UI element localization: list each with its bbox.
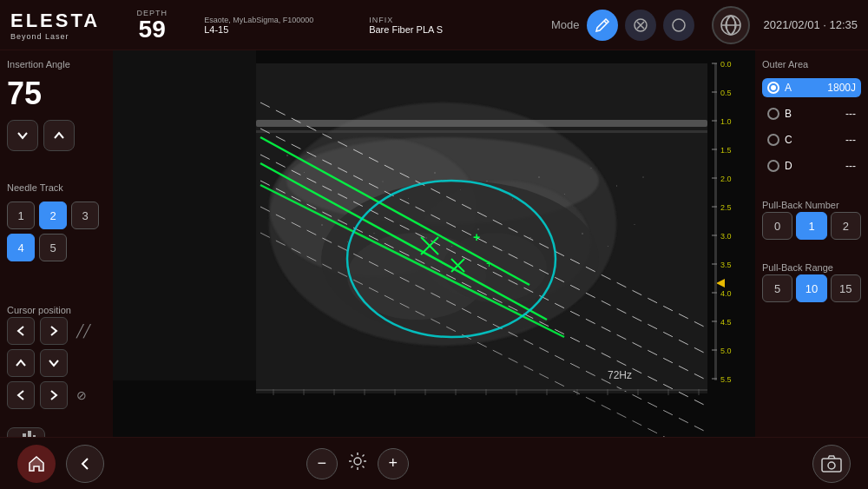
svg-point-107 xyxy=(354,458,361,465)
globe-button[interactable] xyxy=(712,6,750,44)
cursor-row-1: ╱╱ xyxy=(7,317,106,345)
svg-rect-24 xyxy=(382,181,384,182)
svg-text:1.5: 1.5 xyxy=(720,146,732,155)
track-button-4[interactable]: 4 xyxy=(7,234,35,261)
cursor-down-button[interactable] xyxy=(40,349,68,377)
svg-text:2.5: 2.5 xyxy=(720,203,732,212)
svg-line-112 xyxy=(351,454,352,456)
outer-area-title: Outer Area xyxy=(762,59,861,69)
insertion-down-button[interactable] xyxy=(7,120,38,151)
left-panel: Insertion Angle 75 Needle Track 1 2 3 4 … xyxy=(0,50,113,437)
brightness-plus-button[interactable]: + xyxy=(378,448,409,479)
svg-line-115 xyxy=(351,466,352,467)
svg-rect-46 xyxy=(608,246,608,247)
cursor-next-button[interactable] xyxy=(40,381,68,409)
area-radio-b xyxy=(767,108,779,120)
depth-value: 59 xyxy=(139,17,166,42)
cursor-move-icon: ╱╱ xyxy=(76,324,90,338)
needle-track-label: Needle Track xyxy=(7,182,106,193)
track-button-1[interactable]: 1 xyxy=(7,202,35,229)
pull-back-range-10[interactable]: 10 xyxy=(796,274,826,302)
cursor-prev-button[interactable] xyxy=(7,381,35,409)
logo-text: ELESTA xyxy=(10,10,100,32)
svg-text:2.0: 2.0 xyxy=(720,175,732,183)
svg-rect-35 xyxy=(321,224,323,226)
bottom-bar: − + xyxy=(0,437,868,489)
pull-back-number-title: Pull-Back Number xyxy=(762,200,839,210)
infix-value: Bare Fiber PLA S xyxy=(369,24,443,35)
area-row-b[interactable]: B --- xyxy=(762,104,861,123)
pull-back-range-15[interactable]: 15 xyxy=(831,274,861,302)
logo: ELESTA Beyond Laser xyxy=(10,10,100,41)
area-row-c[interactable]: C --- xyxy=(762,130,861,149)
mode-circle-button[interactable] xyxy=(663,10,694,41)
brightness-minus-button[interactable]: − xyxy=(306,448,338,479)
area-radio-a xyxy=(767,82,779,94)
area-value-d: --- xyxy=(845,160,856,172)
cursor-right-button[interactable] xyxy=(40,317,68,345)
area-letter-c: C xyxy=(785,134,795,146)
track-button-2[interactable]: 2 xyxy=(39,202,67,229)
mode-section: Mode xyxy=(551,10,694,41)
area-letter-d: D xyxy=(785,160,795,172)
insertion-label: Insertion Angle xyxy=(7,59,106,69)
svg-text:5.5: 5.5 xyxy=(720,375,732,384)
pull-back-number-section: Pull-Back Number 0 1 2 xyxy=(762,196,861,240)
svg-rect-28 xyxy=(486,181,488,182)
pull-back-range-title: Pull-Back Range xyxy=(762,262,833,273)
insertion-value: 75 xyxy=(7,78,106,109)
device-name: Esaote, MyLabSigma, F100000 xyxy=(204,16,343,24)
svg-rect-31 xyxy=(564,194,565,195)
svg-rect-39 xyxy=(425,237,427,239)
svg-rect-9 xyxy=(113,50,256,380)
svg-text:4.5: 4.5 xyxy=(720,318,732,327)
ultrasound-image: + + 0.0 0.5 1.0 1.5 2.0 2.5 3.0 3.5 4.0 … xyxy=(113,50,755,437)
svg-rect-27 xyxy=(460,189,461,190)
svg-point-1 xyxy=(673,19,685,31)
svg-rect-91 xyxy=(256,389,707,391)
svg-rect-26 xyxy=(434,172,436,174)
insertion-up-button[interactable] xyxy=(43,120,75,151)
home-button[interactable] xyxy=(17,445,56,483)
svg-text:3.0: 3.0 xyxy=(720,232,732,241)
mode-cross-button[interactable] xyxy=(625,10,656,41)
insertion-controls xyxy=(7,120,106,151)
track-button-5[interactable]: 5 xyxy=(39,234,67,261)
svg-text:0.0: 0.0 xyxy=(720,60,732,69)
svg-rect-42 xyxy=(503,250,504,251)
pull-back-range-5[interactable]: 5 xyxy=(762,274,792,302)
area-letter-b: B xyxy=(785,108,795,120)
minus-icon: − xyxy=(317,454,326,472)
svg-text:72Hz: 72Hz xyxy=(608,369,632,381)
cursor-left-button[interactable] xyxy=(7,317,35,345)
device-range: L4-15 xyxy=(204,24,343,35)
back-button[interactable] xyxy=(66,445,104,483)
svg-rect-33 xyxy=(616,185,617,187)
camera-button[interactable] xyxy=(812,445,851,483)
mode-pencil-button[interactable] xyxy=(587,10,618,41)
svg-rect-34 xyxy=(642,176,644,178)
area-radio-c xyxy=(767,134,779,146)
pull-back-number-2[interactable]: 2 xyxy=(831,212,861,240)
area-radio-d xyxy=(767,160,779,172)
area-value-c: --- xyxy=(845,134,856,146)
plus-icon: + xyxy=(388,454,398,472)
brightness-icon xyxy=(348,452,367,476)
svg-rect-30 xyxy=(538,176,540,178)
area-row-a[interactable]: A 1800J xyxy=(762,78,861,97)
svg-rect-16 xyxy=(256,130,707,133)
track-button-3[interactable]: 3 xyxy=(71,202,99,229)
svg-rect-25 xyxy=(408,198,409,199)
right-panel: Outer Area A 1800J B --- C --- D --- Pul… xyxy=(755,50,868,437)
cursor-up-button[interactable] xyxy=(7,349,35,377)
svg-rect-36 xyxy=(347,241,348,242)
mode-label: Mode xyxy=(551,18,580,31)
depth-section: DEPTH 59 xyxy=(117,9,187,42)
svg-rect-47 xyxy=(634,224,635,225)
pull-back-number-1[interactable]: 1 xyxy=(796,212,826,240)
area-row-d[interactable]: D --- xyxy=(762,156,861,175)
pull-back-number-0[interactable]: 0 xyxy=(762,212,792,240)
infix-section: INFIX Bare Fiber PLA S xyxy=(369,16,443,35)
svg-rect-65 xyxy=(714,63,717,380)
svg-line-114 xyxy=(362,454,364,456)
